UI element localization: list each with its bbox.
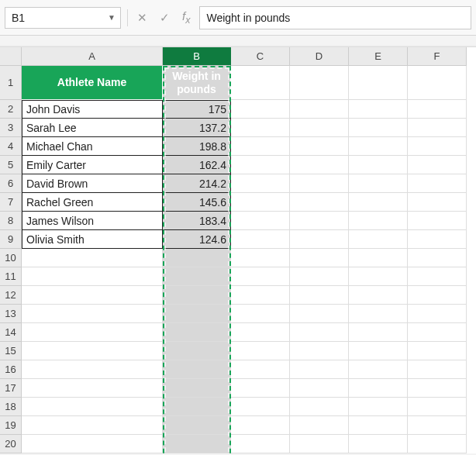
cell-C13[interactable]	[231, 305, 290, 323]
cell-B17[interactable]	[163, 379, 231, 398]
row-header-16[interactable]: 16	[0, 360, 22, 379]
cell-E20[interactable]	[349, 435, 408, 453]
cell-B3[interactable]: 137.2	[163, 119, 231, 137]
cell-A17[interactable]	[22, 379, 163, 398]
cell-F14[interactable]	[408, 323, 467, 342]
cell-C19[interactable]	[231, 416, 290, 435]
select-all-corner[interactable]	[0, 47, 22, 66]
cell-F12[interactable]	[408, 286, 467, 305]
cell-F9[interactable]	[408, 230, 467, 249]
column-header-A[interactable]: A	[22, 47, 163, 66]
cell-D9[interactable]	[290, 230, 349, 249]
cell-B10[interactable]	[163, 249, 231, 267]
cell-C7[interactable]	[231, 193, 290, 212]
cell-E8[interactable]	[349, 212, 408, 230]
cell-D6[interactable]	[290, 174, 349, 193]
cell-A14[interactable]	[22, 323, 163, 342]
cell-B16[interactable]	[163, 360, 231, 379]
row-header-10[interactable]: 10	[0, 249, 22, 267]
column-header-E[interactable]: E	[349, 47, 408, 66]
cell-E15[interactable]	[349, 342, 408, 360]
cell-D2[interactable]	[290, 100, 349, 119]
formula-input[interactable]: Weight in pounds	[199, 6, 471, 29]
cell-F11[interactable]	[408, 267, 467, 286]
row-header-20[interactable]: 20	[0, 435, 22, 453]
cell-F15[interactable]	[408, 342, 467, 360]
cell-C6[interactable]	[231, 174, 290, 193]
cell-D4[interactable]	[290, 137, 349, 156]
cell-C18[interactable]	[231, 398, 290, 416]
column-header-C[interactable]: C	[231, 47, 290, 66]
row-header-8[interactable]: 8	[0, 212, 22, 230]
row-header-18[interactable]: 18	[0, 398, 22, 416]
cell-E9[interactable]	[349, 230, 408, 249]
cell-F2[interactable]	[408, 100, 467, 119]
cell-D20[interactable]	[290, 435, 349, 453]
cell-C11[interactable]	[231, 267, 290, 286]
cell-B1[interactable]: Weight in pounds	[163, 66, 231, 100]
cell-E5[interactable]	[349, 156, 408, 174]
cell-D11[interactable]	[290, 267, 349, 286]
column-header-D[interactable]: D	[290, 47, 349, 66]
cell-A2[interactable]: John Davis	[22, 100, 163, 119]
cell-E2[interactable]	[349, 100, 408, 119]
cell-D16[interactable]	[290, 360, 349, 379]
cell-E4[interactable]	[349, 137, 408, 156]
cell-C4[interactable]	[231, 137, 290, 156]
cell-F3[interactable]	[408, 119, 467, 137]
cell-A16[interactable]	[22, 360, 163, 379]
cell-B12[interactable]	[163, 286, 231, 305]
cell-C15[interactable]	[231, 342, 290, 360]
cell-A15[interactable]	[22, 342, 163, 360]
cell-E1[interactable]	[349, 66, 408, 100]
cell-E7[interactable]	[349, 193, 408, 212]
cell-A5[interactable]: Emily Carter	[22, 156, 163, 174]
cell-D17[interactable]	[290, 379, 349, 398]
cell-A1[interactable]: Athlete Name	[22, 66, 163, 100]
cell-F10[interactable]	[408, 249, 467, 267]
cell-D18[interactable]	[290, 398, 349, 416]
cell-B4[interactable]: 198.8	[163, 137, 231, 156]
cell-A12[interactable]	[22, 286, 163, 305]
cell-A18[interactable]	[22, 398, 163, 416]
cell-D13[interactable]	[290, 305, 349, 323]
cell-E3[interactable]	[349, 119, 408, 137]
fx-icon[interactable]: fx	[179, 9, 193, 26]
cell-E11[interactable]	[349, 267, 408, 286]
row-header-11[interactable]: 11	[0, 267, 22, 286]
cell-B15[interactable]	[163, 342, 231, 360]
cell-A13[interactable]	[22, 305, 163, 323]
cell-E12[interactable]	[349, 286, 408, 305]
cell-B2[interactable]: 175	[163, 100, 231, 119]
cell-A9[interactable]: Olivia Smith	[22, 230, 163, 249]
row-header-6[interactable]: 6	[0, 174, 22, 193]
cell-A4[interactable]: Michael Chan	[22, 137, 163, 156]
cell-A3[interactable]: Sarah Lee	[22, 119, 163, 137]
column-header-B[interactable]: B	[163, 47, 231, 66]
cell-B19[interactable]	[163, 416, 231, 435]
cell-C10[interactable]	[231, 249, 290, 267]
cell-A10[interactable]	[22, 249, 163, 267]
cell-F1[interactable]	[408, 66, 467, 100]
cell-D10[interactable]	[290, 249, 349, 267]
cell-B5[interactable]: 162.4	[163, 156, 231, 174]
cell-D14[interactable]	[290, 323, 349, 342]
row-header-19[interactable]: 19	[0, 416, 22, 435]
cell-F8[interactable]	[408, 212, 467, 230]
accept-icon[interactable]: ✓	[157, 11, 173, 25]
row-header-14[interactable]: 14	[0, 323, 22, 342]
cell-A19[interactable]	[22, 416, 163, 435]
cell-B8[interactable]: 183.4	[163, 212, 231, 230]
cell-C8[interactable]	[231, 212, 290, 230]
cell-F16[interactable]	[408, 360, 467, 379]
cell-C14[interactable]	[231, 323, 290, 342]
row-header-5[interactable]: 5	[0, 156, 22, 174]
cell-F18[interactable]	[408, 398, 467, 416]
cell-C1[interactable]	[231, 66, 290, 100]
cell-A11[interactable]	[22, 267, 163, 286]
cell-D19[interactable]	[290, 416, 349, 435]
cell-E10[interactable]	[349, 249, 408, 267]
cell-D5[interactable]	[290, 156, 349, 174]
cell-D15[interactable]	[290, 342, 349, 360]
row-header-7[interactable]: 7	[0, 193, 22, 212]
